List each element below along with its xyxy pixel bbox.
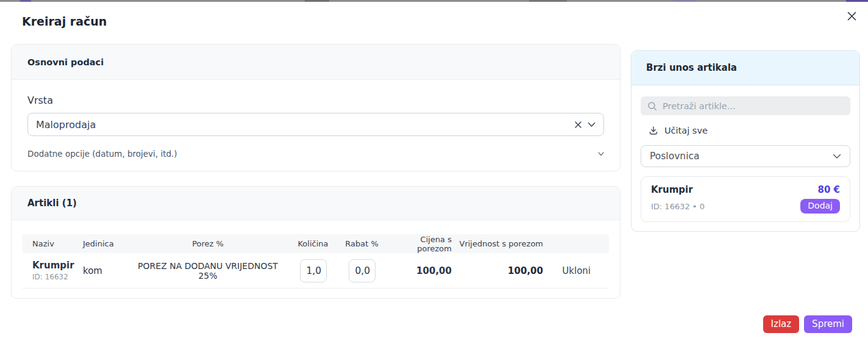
load-all-button[interactable]: Učitaj sve: [649, 126, 850, 135]
article-tax: POREZ NA DODANU VRIJEDNOST 25%: [129, 261, 287, 281]
footer-actions: Izlaz Spremi: [763, 315, 852, 333]
save-button[interactable]: Spremi: [804, 315, 852, 333]
col-header-jedinica: Jedinica: [83, 239, 129, 248]
remove-article-button[interactable]: Ukloni: [562, 265, 591, 276]
articles-section: Artikli (1) Naziv Jedinica Porez % Količ…: [11, 186, 621, 299]
articles-table: Naziv Jedinica Porez % Količina Rabat % …: [12, 220, 620, 289]
col-header-kolicina: Količina: [287, 239, 339, 248]
top-edge-strip: [0, 0, 868, 2]
close-icon[interactable]: [845, 9, 858, 23]
exit-button[interactable]: Izlaz: [763, 315, 800, 333]
add-item-button[interactable]: Dodaj: [800, 199, 840, 214]
table-header-row: Naziv Jedinica Porez % Količina Rabat % …: [23, 234, 609, 253]
clear-icon[interactable]: [574, 121, 582, 129]
discount-input[interactable]: [349, 259, 375, 282]
basic-section-title: Osnovni podaci: [27, 57, 104, 67]
download-icon: [649, 126, 658, 135]
top-strip-segment: [674, 0, 695, 2]
top-strip-segment: [846, 0, 868, 2]
chevron-down-icon: [598, 152, 604, 156]
top-strip-segment: [529, 0, 567, 2]
quick-item-price: 80 €: [817, 184, 840, 195]
quick-add-panel: Brzi unos artikala Učitaj sve Poslovnica…: [631, 50, 860, 232]
quick-add-title: Brzi unos artikala: [646, 62, 737, 73]
invoice-type-value: Maloprodaja: [36, 119, 574, 131]
type-field-label: Vrsta: [27, 95, 604, 106]
branch-select-value: Poslovnica: [650, 151, 699, 162]
load-all-label: Učitaj sve: [664, 126, 708, 135]
basic-section-header: Osnovni podaci: [12, 45, 620, 80]
quantity-input[interactable]: [300, 259, 327, 282]
top-strip-segment: [20, 0, 31, 2]
article-name: Krumpir: [32, 260, 83, 271]
chevron-down-icon[interactable]: [588, 122, 596, 127]
page-title: Kreiraj račun: [22, 15, 107, 28]
branch-select[interactable]: Poslovnica: [641, 145, 850, 167]
articles-section-title: Artikli (1): [27, 198, 77, 209]
col-header-vrijednost: Vrijednost s porezom: [452, 239, 543, 248]
price-with-tax: 100,00: [385, 265, 452, 276]
col-header-cijena: Cijena s porezom: [385, 235, 452, 253]
table-row: Krumpir ID: 16632 kom POREZ NA DODANU VR…: [23, 253, 609, 289]
basic-data-section: Osnovni podaci Vrsta Maloprodaja Dodatne…: [11, 44, 621, 171]
chevron-down-icon: [833, 154, 841, 159]
quick-item-name: Krumpir: [651, 184, 693, 195]
quick-add-item: Krumpir 80 € ID: 16632 • 0 Dodaj: [641, 176, 850, 222]
quick-add-header: Brzi unos artikala: [631, 51, 859, 85]
article-unit: kom: [83, 265, 129, 276]
search-icon: [647, 101, 657, 111]
additional-options-label: Dodatne opcije (datum, brojevi, itd.): [27, 149, 177, 159]
search-input[interactable]: [663, 101, 844, 111]
additional-options-toggle[interactable]: Dodatne opcije (datum, brojevi, itd.): [27, 149, 604, 159]
invoice-type-select[interactable]: Maloprodaja: [27, 113, 604, 136]
col-header-naziv: Naziv: [23, 239, 83, 248]
top-strip-segment: [305, 0, 329, 2]
article-id: ID: 16632: [32, 273, 83, 281]
value-with-tax: 100,00: [452, 265, 543, 276]
col-header-porez: Porez %: [129, 239, 287, 248]
col-header-rabat: Rabat %: [339, 239, 385, 248]
article-search[interactable]: [641, 96, 850, 115]
articles-section-header: Artikli (1): [12, 187, 620, 220]
quick-item-meta: ID: 16632 • 0: [651, 202, 705, 211]
